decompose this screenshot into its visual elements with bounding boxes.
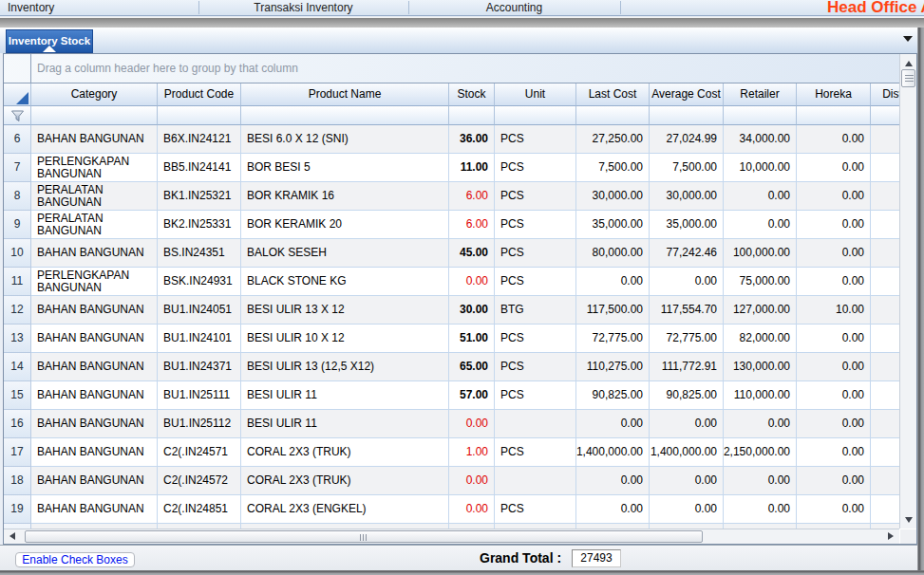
cell-stock[interactable]: 36.00 [449,125,495,154]
cell-avg_cost[interactable]: 0.00 [650,268,724,296]
cell-category[interactable]: PERLENGKAPAN BANGUNAN [31,268,158,296]
cell-avg_cost[interactable]: 111,772.91 [650,353,724,381]
cell-distributor[interactable] [871,296,899,325]
cell-category[interactable]: PERALATAN BANGUNAN [31,211,158,239]
cell-horeka[interactable]: 0.00 [797,381,871,410]
cell-unit[interactable]: PCS [495,381,576,410]
cell-code[interactable]: B6X.IN24121 [158,125,241,154]
cell-last_cost[interactable]: 0.00 [576,467,650,495]
row-indicator[interactable]: 17 [4,438,31,467]
filter-cell-stock[interactable] [449,106,495,125]
cell-name[interactable]: BESI ULIR 10 X 12 [241,325,449,353]
cell-name[interactable]: BESI ULIR 11 [241,410,449,438]
cell-unit[interactable]: PCS [495,211,576,239]
cell-distributor[interactable] [871,467,899,495]
menu-item-transaksi-inventory[interactable]: Transaksi Inventory [198,0,408,15]
cell-distributor[interactable] [871,410,899,438]
cell-avg_cost[interactable]: 0.00 [650,410,724,438]
cell-horeka[interactable]: 0.00 [797,410,871,438]
cell-name[interactable]: CORAL 2X3 (TRUK) [241,467,449,495]
filter-cell-distributor[interactable] [871,106,899,125]
cell-retailer[interactable]: 75,000.00 [724,268,797,296]
cell-last_cost[interactable]: 7,500.00 [576,154,650,182]
row-indicator[interactable]: 18 [4,467,31,495]
cell-distributor[interactable] [871,211,899,239]
column-header-category[interactable]: Category [31,83,158,106]
group-by-panel[interactable]: Drag a column header here to group by th… [4,54,916,83]
cell-retailer[interactable]: 2,150,000.00 [724,438,797,467]
cell-last_cost[interactable]: 117,500.00 [576,296,650,325]
filter-cell-category[interactable] [31,106,158,125]
cell-unit[interactable]: PCS [495,154,576,182]
cell-name[interactable]: BOR KERAMIK 20 [241,211,449,239]
row-indicator[interactable]: 6 [4,125,31,154]
menu-item-inventory[interactable]: Inventory [8,0,54,15]
filter-cell-horeka[interactable] [797,106,871,125]
cell-name[interactable]: CORAL 2X3 (ENGKEL) [241,495,449,524]
cell-avg_cost[interactable]: 0.00 [650,467,724,495]
row-indicator[interactable]: 14 [4,353,31,381]
enable-check-boxes-button[interactable]: Enable Check Boxes [15,552,135,567]
cell-unit[interactable] [495,410,576,438]
filter-cell-last_cost[interactable] [576,106,650,125]
cell-avg_cost[interactable]: 72,775.00 [650,325,724,353]
cell-last_cost[interactable]: 110,275.00 [576,353,650,381]
cell-avg_cost[interactable]: 35,000.00 [650,211,724,239]
row-indicator[interactable]: 16 [4,410,31,438]
cell-retailer[interactable]: 10,000.00 [724,154,797,182]
cell-unit[interactable]: PCS [495,438,576,467]
cell-horeka[interactable]: 0.00 [797,438,871,467]
cell-stock[interactable]: 6.00 [449,182,495,211]
cell-stock[interactable]: 1.00 [449,438,495,467]
cell-horeka[interactable]: 0.00 [797,353,871,381]
cell-code[interactable]: BU1.IN24371 [158,353,241,381]
row-indicator[interactable]: 11 [4,268,31,296]
cell-category[interactable]: BAHAN BANGUNAN [31,438,158,467]
cell-stock[interactable]: 65.00 [449,353,495,381]
cell-code[interactable]: BB5.IN24141 [158,154,241,182]
column-header-code[interactable]: Product Code [158,83,241,106]
cell-avg_cost[interactable]: 117,554.70 [650,296,724,325]
cell-code[interactable]: C2(.IN24851 [158,495,241,524]
cell-last_cost[interactable]: 0.00 [576,495,650,524]
cell-horeka[interactable]: 0.00 [797,467,871,495]
row-indicator[interactable]: 8 [4,182,31,211]
cell-retailer[interactable]: 100,000.00 [724,239,797,268]
scroll-left-icon[interactable] [9,532,15,540]
cell-distributor[interactable] [871,438,899,467]
filter-cell-unit[interactable] [495,106,576,125]
cell-unit[interactable]: PCS [495,182,576,211]
cell-stock[interactable]: 0.00 [449,467,495,495]
cell-code[interactable]: BSK.IN24931 [158,268,241,296]
cell-category[interactable]: BAHAN BANGUNAN [31,410,158,438]
cell-unit[interactable]: PCS [495,353,576,381]
cell-distributor[interactable] [871,381,899,410]
cell-code[interactable]: BU1.IN25111 [158,381,241,410]
cell-retailer[interactable]: 34,000.00 [724,125,797,154]
cell-unit[interactable]: PCS [495,239,576,268]
cell-stock[interactable]: 0.00 [449,268,495,296]
cell-distributor[interactable] [871,182,899,211]
cell-code[interactable]: BU1.IN25112 [158,410,241,438]
cell-avg_cost[interactable]: 27,024.99 [650,125,724,154]
cell-category[interactable]: BAHAN BANGUNAN [31,239,158,268]
row-indicator[interactable]: 9 [4,211,31,239]
row-indicator[interactable]: 10 [4,239,31,268]
cell-distributor[interactable] [871,154,899,182]
cell-stock[interactable]: 0.00 [449,495,495,524]
cell-unit[interactable]: PCS [495,268,576,296]
menu-item-accounting[interactable]: Accounting [408,0,620,15]
row-indicator[interactable]: 15 [4,381,31,410]
filter-cell-code[interactable] [158,106,241,125]
vertical-scrollbar[interactable] [899,54,916,529]
cell-stock[interactable]: 0.00 [449,410,495,438]
cell-horeka[interactable]: 0.00 [797,268,871,296]
column-header-distributor[interactable]: Distributor [871,83,899,106]
cell-retailer[interactable]: 0.00 [724,182,797,211]
grand-total-field[interactable]: 27493 [572,549,621,567]
scroll-up-icon[interactable] [905,61,913,66]
cell-horeka[interactable]: 0.00 [797,125,871,154]
cell-category[interactable]: BAHAN BANGUNAN [31,495,158,524]
column-header-retailer[interactable]: Retailer [724,83,797,106]
cell-category[interactable]: PERLENGKAPAN BANGUNAN [31,154,158,182]
